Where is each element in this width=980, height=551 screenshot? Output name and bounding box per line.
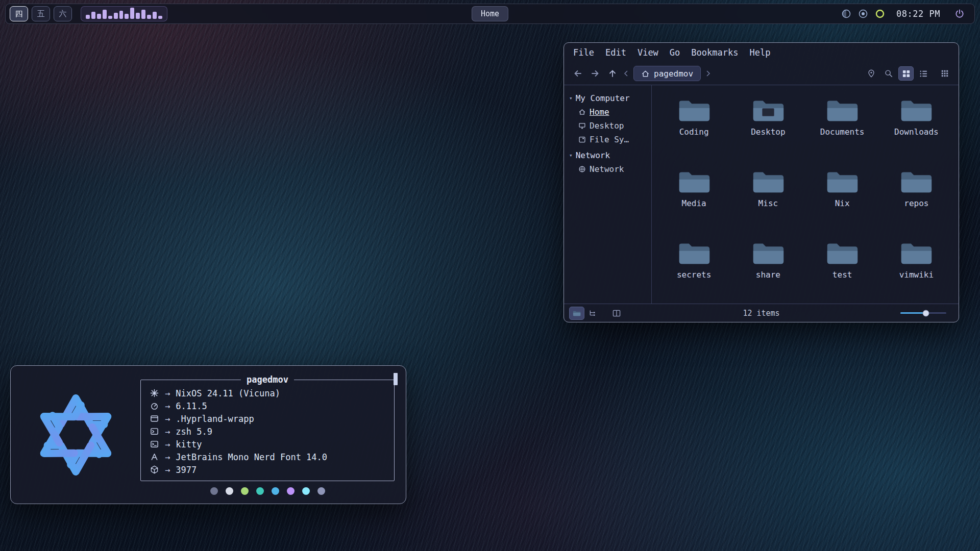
expander-icon[interactable]: ▾	[569, 95, 573, 102]
workspace-button-2[interactable]: 五	[32, 6, 50, 21]
night-light-icon[interactable]	[841, 8, 852, 19]
clock: 08:22 PM	[891, 9, 945, 19]
folder-item[interactable]: Documents	[805, 91, 879, 163]
fetch-value: NixOS 24.11 (Vicuna)	[176, 388, 280, 398]
workspace-button-1[interactable]: 四	[10, 6, 28, 21]
compact-view-button[interactable]	[937, 66, 952, 81]
folder-item[interactable]: Downloads	[879, 91, 953, 163]
back-button[interactable]	[570, 66, 585, 81]
palette-dot	[287, 487, 295, 495]
palette-dot	[272, 487, 279, 495]
folder-name: share	[756, 270, 780, 280]
menu-item-edit[interactable]: Edit	[605, 47, 626, 58]
sidebar-item-network[interactable]: Network	[569, 162, 648, 176]
icon-view-button[interactable]	[898, 66, 914, 81]
sidebar-item-label: Desktop	[590, 121, 624, 131]
folder-item[interactable]: Desktop	[731, 91, 805, 163]
folder-name: test	[832, 270, 852, 280]
item-count: 12 items	[743, 309, 779, 318]
fetch-line-packages: → 3977	[149, 463, 386, 476]
home-button[interactable]: Home	[472, 6, 508, 21]
sidebar-section-network: ▾ Network	[569, 148, 648, 162]
folder-name: Nix	[835, 198, 850, 208]
arrow: →	[165, 388, 170, 398]
folder-grid: Coding Desktop Documents Downloads Media	[652, 85, 959, 304]
folder-icon	[825, 96, 859, 123]
desktop-icon	[578, 122, 586, 130]
folder-item[interactable]: Nix	[805, 163, 879, 234]
kernel-icon	[149, 402, 159, 410]
workspace-label: 五	[37, 9, 45, 19]
folder-icon	[899, 168, 933, 195]
wm-icon	[149, 414, 159, 423]
sidebar-section-label: My Computer	[576, 93, 630, 103]
sidebar-item-file-system[interactable]: File Sy…	[569, 133, 648, 146]
nixos-icon	[149, 389, 159, 397]
location-pin-icon[interactable]	[864, 66, 879, 81]
folder-name: Desktop	[751, 127, 785, 137]
palette-dot	[256, 487, 264, 495]
palette-dot	[241, 487, 249, 495]
search-icon[interactable]	[881, 66, 896, 81]
home-icon	[578, 108, 586, 116]
arrow: →	[165, 465, 170, 475]
sidebar-toggle-button[interactable]	[569, 307, 584, 320]
list-view-button[interactable]	[916, 66, 931, 81]
folder-item[interactable]: Media	[657, 163, 731, 234]
folder-name: secrets	[677, 270, 711, 280]
menu-item-view[interactable]: View	[638, 47, 658, 58]
color-temp-ring-icon[interactable]	[874, 8, 886, 19]
fetch-line-kernel: → 6.11.5	[149, 399, 386, 412]
sidebar-section-label: Network	[576, 151, 610, 160]
palette	[210, 487, 325, 495]
arrow: →	[165, 452, 170, 462]
folder-item[interactable]: test	[805, 234, 879, 304]
folder-icon	[825, 168, 859, 195]
palette-dot	[210, 487, 218, 495]
sidebar-item-home[interactable]: Home	[569, 105, 648, 119]
sidebar-item-desktop[interactable]: Desktop	[569, 119, 648, 133]
folder-item[interactable]: Coding	[657, 91, 731, 163]
menubar: File Edit View Go Bookmarks Help	[564, 43, 959, 62]
folder-name: vimwiki	[899, 270, 934, 280]
breadcrumb-prev-icon[interactable]	[622, 70, 630, 77]
workspace-button-3[interactable]: 六	[54, 6, 72, 21]
status-orb-icon[interactable]	[857, 8, 869, 19]
folder-item[interactable]: secrets	[657, 234, 731, 304]
breadcrumb-path: pagedmov	[654, 69, 693, 79]
arrow: →	[165, 439, 170, 449]
folder-item[interactable]: vimwiki	[879, 234, 953, 304]
forward-button[interactable]	[587, 66, 603, 81]
expander-icon[interactable]: ▾	[569, 152, 573, 159]
sidebar-item-label: Home	[590, 107, 609, 117]
menu-item-help[interactable]: Help	[749, 47, 770, 58]
arrow: →	[165, 414, 170, 424]
folder-item[interactable]: Misc	[731, 163, 805, 234]
folder-item[interactable]: repos	[879, 163, 953, 234]
folder-name: Coding	[679, 127, 709, 137]
menu-item-bookmarks[interactable]: Bookmarks	[691, 47, 738, 58]
folder-icon	[899, 96, 933, 123]
breadcrumb-next-icon[interactable]	[704, 70, 712, 77]
tree-view-button[interactable]	[584, 307, 600, 320]
breadcrumb[interactable]: pagedmov	[633, 66, 701, 81]
folder-item[interactable]: share	[731, 234, 805, 304]
zoom-slider-knob[interactable]	[922, 310, 929, 316]
folder-icon	[899, 239, 933, 266]
fetch-value: 6.11.5	[176, 401, 207, 411]
folder-icon	[751, 96, 785, 123]
folder-name: Media	[682, 198, 706, 208]
file-manager-window: File Edit View Go Bookmarks Help pagedmo…	[564, 42, 959, 322]
split-pane-button[interactable]	[609, 307, 624, 320]
menu-item-go[interactable]: Go	[670, 47, 680, 58]
workspace-label: 六	[59, 9, 67, 19]
power-button[interactable]	[951, 6, 968, 21]
fetch-frame: pagedmov → NixOS 24.11 (Vicuna) → 6.11.5…	[140, 374, 395, 481]
packages-icon	[149, 465, 159, 474]
zoom-slider[interactable]	[900, 310, 946, 317]
arrow: →	[165, 401, 170, 411]
menu-item-file[interactable]: File	[573, 47, 594, 58]
palette-dot	[317, 487, 325, 495]
up-button[interactable]	[605, 66, 620, 81]
sidebar: ▾ My Computer Home Desktop File Sy… ▾ Ne…	[564, 85, 652, 304]
